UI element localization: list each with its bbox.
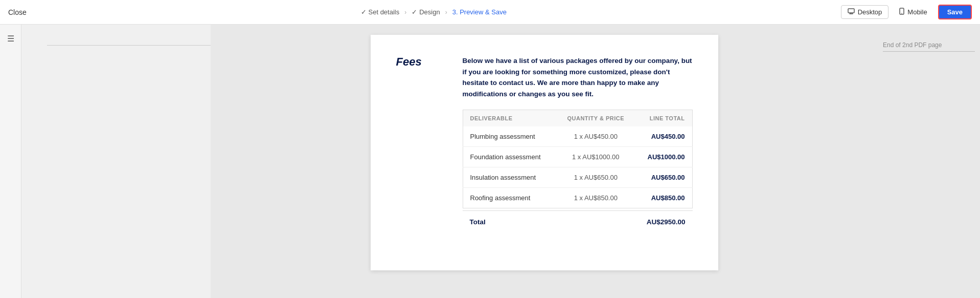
svg-rect-0 xyxy=(848,9,854,13)
total-value: AU$2950.00 xyxy=(647,218,686,226)
table-header-row: DELIVERABLE QUANTITY & PRICE LINE TOTAL xyxy=(463,110,692,127)
panel-area xyxy=(21,25,211,298)
fees-content: Below we have a list of various packages… xyxy=(463,55,693,233)
cell-line-total: AU$650.00 xyxy=(635,167,692,188)
svg-point-5 xyxy=(902,13,903,14)
top-navigation: Close ✓ Set details › ✓ Design › 3. Prev… xyxy=(0,0,980,25)
cell-qty-price: 1 x AU$850.00 xyxy=(556,188,635,208)
fees-description: Below we have a list of various packages… xyxy=(463,55,693,99)
cell-deliverable: Foundation assessment xyxy=(463,147,556,167)
total-label: Total xyxy=(470,218,486,226)
pdf-page-marker: End of 2nd PDF page xyxy=(883,40,975,52)
list-icon[interactable]: ☰ xyxy=(4,31,17,47)
cell-qty-price: 1 x AU$650.00 xyxy=(556,167,635,188)
cell-line-total: AU$450.00 xyxy=(635,126,692,147)
right-panel: End of 2nd PDF page xyxy=(878,25,980,298)
fees-title: Fees xyxy=(396,55,447,233)
cell-qty-price: 1 x AU$450.00 xyxy=(556,126,635,147)
pdf-page-marker-line xyxy=(883,51,975,52)
cell-line-total: AU$850.00 xyxy=(635,188,692,208)
nav-action-buttons: Desktop Mobile Save xyxy=(841,5,972,19)
table-row: Roofing assessment 1 x AU$850.00 AU$850.… xyxy=(463,188,692,208)
total-row: Total AU$2950.00 xyxy=(463,210,693,233)
save-button[interactable]: Save xyxy=(938,5,972,19)
left-sidebar: ☰ xyxy=(0,25,21,298)
table-row: Foundation assessment 1 x AU$1000.00 AU$… xyxy=(463,147,692,167)
cell-deliverable: Insulation assessment xyxy=(463,167,556,188)
cell-deliverable: Plumbing assessment xyxy=(463,126,556,147)
table-row: Insulation assessment 1 x AU$650.00 AU$6… xyxy=(463,167,692,188)
col-header-deliverable: DELIVERABLE xyxy=(463,110,556,127)
check-icon-1: ✓ xyxy=(361,8,367,16)
mobile-view-button[interactable]: Mobile xyxy=(893,5,933,19)
pdf-page-marker-text: End of 2nd PDF page xyxy=(883,41,942,49)
step-set-details: ✓ Set details xyxy=(361,8,400,16)
main-layout: ☰ Fees Below we have a list of various p… xyxy=(0,25,980,298)
cell-line-total: AU$1000.00 xyxy=(635,147,692,167)
fees-table: DELIVERABLE QUANTITY & PRICE LINE TOTAL … xyxy=(463,110,693,208)
document-page: Fees Below we have a list of various pac… xyxy=(371,35,718,270)
step-preview-save: 3. Preview & Save xyxy=(452,8,507,16)
col-header-line-total: LINE TOTAL xyxy=(635,110,692,127)
breadcrumb-steps: ✓ Set details › ✓ Design › 3. Preview & … xyxy=(361,8,507,16)
document-preview-area: Fees Below we have a list of various pac… xyxy=(211,25,878,298)
step-design: ✓ Design xyxy=(412,8,440,16)
close-button[interactable]: Close xyxy=(8,8,27,16)
cell-deliverable: Roofing assessment xyxy=(463,188,556,208)
monitor-icon xyxy=(848,8,855,16)
check-icon-2: ✓ xyxy=(412,8,417,16)
chevron-icon-1: › xyxy=(404,9,406,16)
fees-section: Fees Below we have a list of various pac… xyxy=(396,55,693,233)
cell-qty-price: 1 x AU$1000.00 xyxy=(556,147,635,167)
mobile-icon xyxy=(899,8,904,16)
panel-divider xyxy=(47,45,211,46)
col-header-qty-price: QUANTITY & PRICE xyxy=(556,110,635,127)
desktop-view-button[interactable]: Desktop xyxy=(841,5,889,19)
table-row: Plumbing assessment 1 x AU$450.00 AU$450… xyxy=(463,126,692,147)
chevron-icon-2: › xyxy=(445,9,447,16)
